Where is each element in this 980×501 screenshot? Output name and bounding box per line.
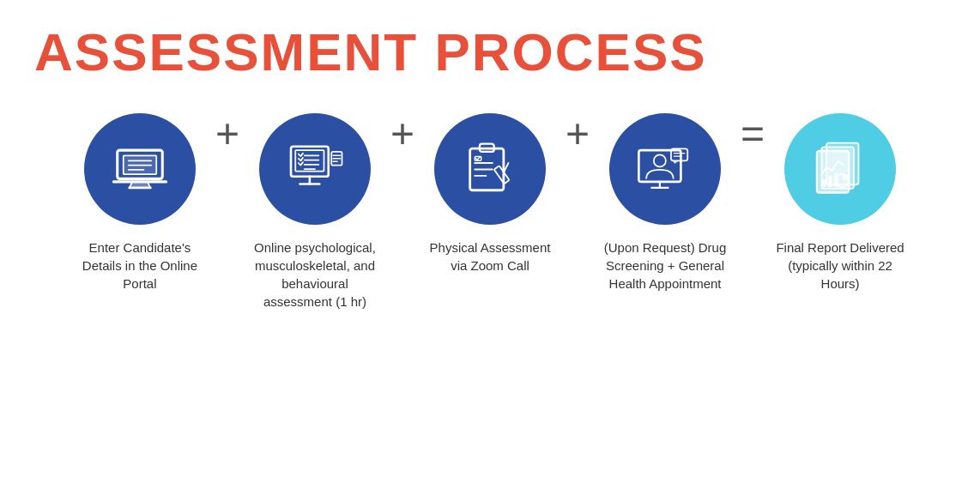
laptop-icon [110, 139, 170, 199]
step-2-label: Online psychological, musculoskeletal, a… [246, 238, 384, 311]
video-call-icon [635, 139, 695, 199]
svg-rect-24 [494, 166, 510, 184]
step-2-circle [259, 113, 371, 225]
step-1-circle [84, 113, 196, 225]
clipboard-icon [460, 139, 520, 199]
step-3: Physical Assessment via Zoom Call [421, 113, 559, 275]
step-4: (Upon Request) Drug Screening + General … [596, 113, 734, 293]
page-title: ASSESSMENT PROCESS [34, 26, 946, 79]
operator-2: + [390, 113, 414, 232]
operator-4: = [741, 113, 765, 232]
checklist-monitor-icon [285, 139, 345, 199]
step-4-label: (Upon Request) Drug Screening + General … [596, 238, 734, 293]
step-3-label: Physical Assessment via Zoom Call [421, 238, 559, 275]
step-5-circle [784, 113, 896, 225]
step-3-circle [434, 113, 546, 225]
report-icon [810, 139, 870, 199]
step-1: Enter Candidate's Details in the Online … [71, 113, 209, 293]
svg-point-28 [654, 154, 666, 166]
svg-rect-37 [822, 179, 826, 187]
step-1-label: Enter Candidate's Details in the Online … [71, 238, 209, 293]
step-5-label: Final Report Delivered (typically within… [771, 238, 909, 293]
step-2: Online psychological, musculoskeletal, a… [246, 113, 384, 311]
step-5: Final Report Delivered (typically within… [771, 113, 909, 293]
process-row: Enter Candidate's Details in the Online … [34, 113, 946, 484]
operator-1: + [215, 113, 239, 232]
step-4-circle [609, 113, 721, 225]
operator-3: + [566, 113, 590, 232]
svg-rect-38 [828, 176, 832, 187]
